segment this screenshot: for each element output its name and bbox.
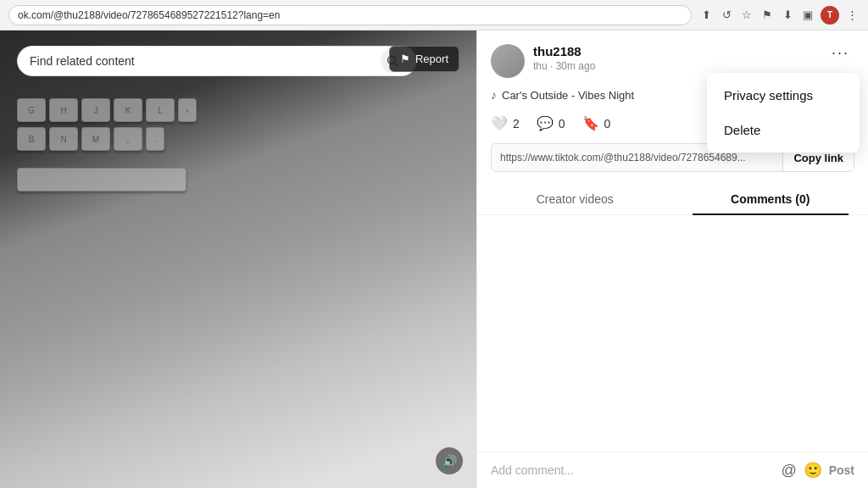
flag-icon: ⚑ xyxy=(400,53,410,65)
key-chevron: › xyxy=(178,98,197,122)
bookmarks-stat[interactable]: 🔖 0 xyxy=(582,115,611,131)
extensions-icon[interactable]: ⚑ xyxy=(760,8,775,23)
keyboard-overlay: G H J K L › B N M , . xyxy=(17,98,459,403)
key-row-3 xyxy=(17,168,459,191)
key-comma: , xyxy=(114,127,142,151)
user-text: thu2188 thu · 30m ago xyxy=(533,44,595,72)
key-space xyxy=(17,168,186,191)
music-title: Car's Outside - Vibes Night xyxy=(502,89,634,102)
video-background: G H J K L › B N M , . xyxy=(0,30,476,488)
likes-stat[interactable]: 🤍 2 xyxy=(491,115,520,131)
mention-icon[interactable]: @ xyxy=(781,462,796,480)
key-m: M xyxy=(81,127,110,151)
tab-icon[interactable]: ▣ xyxy=(800,8,815,23)
key-n: N xyxy=(49,127,78,151)
tab-comments[interactable]: Comments (0) xyxy=(673,184,869,214)
comment-icon: 💬 xyxy=(537,115,554,131)
key-row-1: G H J K L › xyxy=(17,98,459,122)
key-l: L xyxy=(146,98,175,122)
search-input[interactable]: Find related content xyxy=(30,54,374,68)
key-k: K xyxy=(114,98,142,122)
key-dot: . xyxy=(146,127,164,151)
key-h: H xyxy=(49,98,78,122)
username: thu2188 xyxy=(533,44,595,58)
browser-bar: ok.com/@thu2188/video/727865468952722151… xyxy=(0,0,868,30)
menu-icon[interactable]: ⋮ xyxy=(844,8,860,23)
key-g: G xyxy=(17,98,46,122)
tab-comments-label: Comments (0) xyxy=(731,192,810,206)
search-box[interactable]: Find related content xyxy=(17,46,417,76)
profile-icon[interactable]: T xyxy=(821,6,839,25)
url-bar[interactable]: ok.com/@thu2188/video/727865468952722151… xyxy=(8,5,692,25)
tabs: Creator videos Comments (0) xyxy=(477,184,868,215)
reload-icon[interactable]: ↺ xyxy=(719,8,734,23)
report-label: Report xyxy=(415,53,448,65)
volume-icon: 🔊 xyxy=(442,454,457,468)
search-overlay: Find related content xyxy=(17,46,417,76)
star-icon[interactable]: ☆ xyxy=(739,8,754,23)
avatar[interactable] xyxy=(491,44,525,78)
download-icon[interactable]: ⬇ xyxy=(780,8,795,23)
comment-input-bar: Add comment... @ 🙂 Post xyxy=(477,452,868,488)
privacy-settings-item[interactable]: Privacy settings xyxy=(707,78,860,113)
likes-count: 2 xyxy=(513,117,520,130)
user-info: thu2188 thu · 30m ago xyxy=(491,44,595,78)
tab-creator-videos[interactable]: Creator videos xyxy=(477,184,673,214)
emoji-icon[interactable]: 🙂 xyxy=(804,461,822,480)
right-panel: thu2188 thu · 30m ago ··· ♪ Car's Outsid… xyxy=(476,30,868,488)
delete-item[interactable]: Delete xyxy=(707,113,860,147)
url-text: ok.com/@thu2188/video/727865468952722151… xyxy=(18,9,280,21)
bookmark-icon: 🔖 xyxy=(582,115,599,131)
comments-area xyxy=(477,215,868,452)
comment-icons: @ 🙂 xyxy=(781,461,821,480)
dropdown-menu: Privacy settings Delete xyxy=(707,73,860,152)
comments-stat[interactable]: 💬 0 xyxy=(537,115,565,131)
music-note-icon: ♪ xyxy=(491,88,497,102)
comment-input[interactable]: Add comment... xyxy=(491,463,774,477)
user-meta: thu · 30m ago xyxy=(533,60,595,72)
volume-button[interactable]: 🔊 xyxy=(436,447,463,474)
key-b: B xyxy=(17,127,46,151)
comments-count: 0 xyxy=(559,117,565,130)
video-panel: G H J K L › B N M , . xyxy=(0,30,476,488)
heart-icon: 🤍 xyxy=(491,115,508,131)
more-options-button[interactable]: ··· xyxy=(826,44,854,62)
report-button[interactable]: ⚑ Report xyxy=(389,46,459,72)
post-button[interactable]: Post xyxy=(829,463,854,477)
browser-icons: ⬆ ↺ ☆ ⚑ ⬇ ▣ T ⋮ xyxy=(698,6,860,25)
avatar-image xyxy=(491,44,525,78)
key-j: J xyxy=(81,98,110,122)
key-row-2: B N M , . xyxy=(17,127,459,151)
tab-creator-videos-label: Creator videos xyxy=(537,192,614,206)
main-content: G H J K L › B N M , . xyxy=(0,30,868,488)
bookmarks-count: 0 xyxy=(604,117,611,130)
upload-icon[interactable]: ⬆ xyxy=(698,8,714,23)
